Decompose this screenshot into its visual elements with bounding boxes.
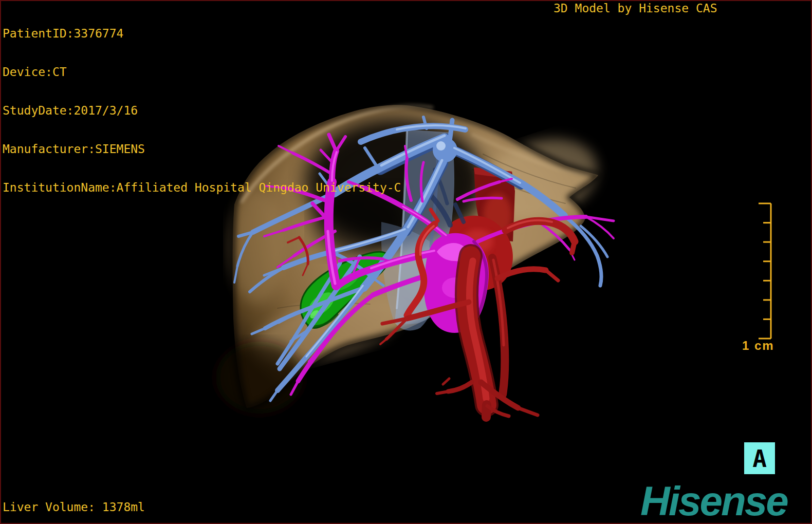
metadata-line-manufacturer: Manufacturer:SIEMENS: [3, 143, 401, 156]
watermark-title: 3D Model by Hisense CAS: [553, 2, 717, 15]
application-window: PatientID:3376774 Device:CT StudyDate:20…: [0, 0, 812, 524]
metadata-line-institution: InstitutionName:Affiliated Hospital Qing…: [3, 181, 401, 194]
scale-bar-label: 1 cm: [742, 339, 774, 353]
metadata-line-device: Device:CT: [3, 66, 401, 79]
patient-metadata: PatientID:3376774 Device:CT StudyDate:20…: [3, 2, 401, 220]
metadata-line-patient-id: PatientID:3376774: [3, 27, 401, 40]
metadata-line-study-date: StudyDate:2017/3/16: [3, 104, 401, 117]
hisense-logo: Hisense: [640, 482, 787, 521]
liver-volume-readout: Liver Volume: 1378ml: [3, 501, 145, 514]
orientation-marker: A: [744, 442, 775, 474]
